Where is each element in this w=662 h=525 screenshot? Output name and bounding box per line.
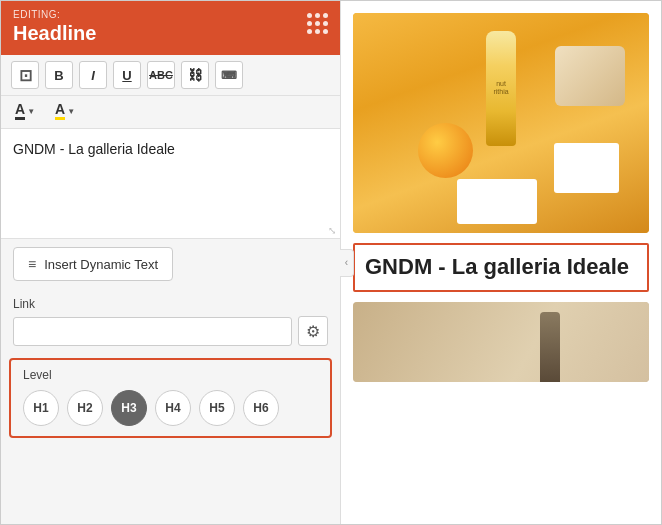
- editing-header: EDITING: Headline: [1, 1, 340, 55]
- level-label: Level: [23, 368, 318, 382]
- chevron-left-icon: ‹: [345, 257, 348, 268]
- keyboard-button[interactable]: ⌨: [215, 61, 243, 89]
- text-color-label: A: [15, 102, 25, 120]
- bold-button[interactable]: B: [45, 61, 73, 89]
- color-row: A ▼ A ▼: [1, 96, 340, 129]
- app-wrapper: EDITING: Headline ⊡ B I U ABC ⛓ ⌨ A ▼: [0, 0, 662, 525]
- insert-icon: ≡: [28, 256, 36, 272]
- white-block-1: [457, 179, 537, 224]
- preview-second-image: [353, 302, 649, 382]
- left-panel: EDITING: Headline ⊡ B I U ABC ⛓ ⌨ A ▼: [1, 1, 341, 524]
- headline-preview-text: GNDM - La galleria Ideale: [365, 253, 637, 282]
- highlight-color-chevron: ▼: [67, 107, 75, 116]
- box-button[interactable]: ⊡: [11, 61, 39, 89]
- toolbar-row: ⊡ B I U ABC ⛓ ⌨: [1, 55, 340, 96]
- text-color-button[interactable]: A ▼: [11, 100, 39, 122]
- headline-preview-box: GNDM - La galleria Ideale: [353, 243, 649, 292]
- insert-btn-row: ≡ Insert Dynamic Text: [1, 239, 340, 289]
- product-bottle: nutrithia: [486, 31, 516, 146]
- link-label: Link: [13, 297, 328, 311]
- editing-label: EDITING:: [13, 9, 96, 20]
- bottle-silhouette: [540, 312, 560, 382]
- header-text-group: EDITING: Headline: [13, 9, 96, 45]
- headline-textarea[interactable]: GNDM - La galleria Ideale: [1, 129, 340, 234]
- text-color-chevron: ▼: [27, 107, 35, 116]
- strikethrough-button[interactable]: ABC: [147, 61, 175, 89]
- insert-button-label: Insert Dynamic Text: [44, 257, 158, 272]
- panel-collapse-button[interactable]: ‹: [340, 249, 354, 277]
- gear-button[interactable]: ⚙: [298, 316, 328, 346]
- orange-fruit: [418, 123, 473, 178]
- resize-handle: ⤡: [328, 225, 336, 236]
- insert-dynamic-text-button[interactable]: ≡ Insert Dynamic Text: [13, 247, 173, 281]
- link-button[interactable]: ⛓: [181, 61, 209, 89]
- link-section: Link ⚙: [1, 289, 340, 352]
- level-section: Level H1 H2 H3 H4 H5 H6: [9, 358, 332, 438]
- level-h5-button[interactable]: H5: [199, 390, 235, 426]
- level-buttons: H1 H2 H3 H4 H5 H6: [23, 390, 318, 426]
- dots-grid-icon[interactable]: [307, 13, 328, 34]
- gear-icon: ⚙: [306, 322, 320, 341]
- editing-title: Headline: [13, 22, 96, 45]
- snack-items: [555, 46, 625, 106]
- white-block-2: [554, 143, 619, 193]
- image2-background: [353, 302, 649, 382]
- level-h6-button[interactable]: H6: [243, 390, 279, 426]
- preview-product-image: nutrithia: [353, 13, 649, 233]
- level-h1-button[interactable]: H1: [23, 390, 59, 426]
- text-area-wrapper: GNDM - La galleria Ideale ⤡: [1, 129, 340, 239]
- link-input[interactable]: [13, 317, 292, 346]
- level-h2-button[interactable]: H2: [67, 390, 103, 426]
- italic-button[interactable]: I: [79, 61, 107, 89]
- highlight-color-label: A: [55, 102, 65, 120]
- highlight-color-button[interactable]: A ▼: [51, 100, 79, 122]
- level-h3-button[interactable]: H3: [111, 390, 147, 426]
- underline-button[interactable]: U: [113, 61, 141, 89]
- right-panel: ‹ nutrithia GNDM - La galleria Ideale: [341, 1, 661, 524]
- level-h4-button[interactable]: H4: [155, 390, 191, 426]
- link-input-row: ⚙: [13, 316, 328, 346]
